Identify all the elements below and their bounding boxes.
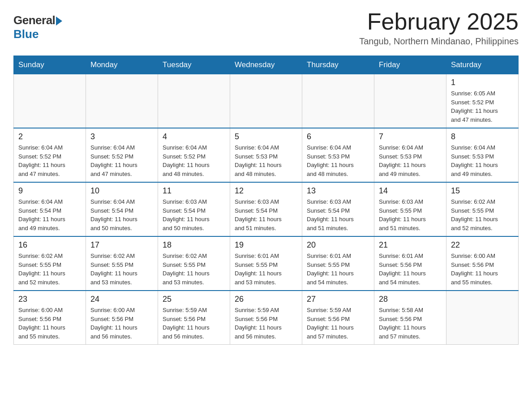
day-number: 21 [379,240,442,250]
calendar-header-thursday: Thursday [302,56,374,74]
day-number: 27 [307,295,369,304]
calendar-day: 6Sunrise: 6:04 AM Sunset: 5:53 PM Daylig… [302,128,374,182]
day-number: 7 [379,132,442,141]
calendar-day: 3Sunrise: 6:04 AM Sunset: 5:52 PM Daylig… [86,128,158,182]
day-info: Sunrise: 5:59 AM Sunset: 5:56 PM Dayligh… [235,306,297,341]
calendar-table: SundayMondayTuesdayWednesdayThursdayFrid… [13,56,519,345]
calendar-day [374,74,446,128]
day-number: 4 [163,132,225,141]
day-number: 26 [235,295,297,304]
day-info: Sunrise: 6:04 AM Sunset: 5:53 PM Dayligh… [451,143,514,178]
calendar-header-monday: Monday [86,56,158,74]
day-info: Sunrise: 6:02 AM Sunset: 5:55 PM Dayligh… [451,197,514,232]
day-number: 2 [18,132,81,141]
day-number: 3 [90,132,153,141]
day-number: 12 [235,186,297,196]
calendar-day: 7Sunrise: 6:04 AM Sunset: 5:53 PM Daylig… [374,128,446,182]
day-info: Sunrise: 6:02 AM Sunset: 5:55 PM Dayligh… [163,252,225,287]
day-number: 18 [163,240,225,250]
day-number: 23 [18,295,81,304]
calendar-day: 9Sunrise: 6:04 AM Sunset: 5:54 PM Daylig… [14,182,86,236]
calendar-day: 22Sunrise: 6:00 AM Sunset: 5:56 PM Dayli… [446,236,519,291]
calendar-day: 28Sunrise: 5:58 AM Sunset: 5:56 PM Dayli… [374,291,446,345]
day-number: 28 [379,295,442,304]
day-info: Sunrise: 6:00 AM Sunset: 5:56 PM Dayligh… [18,306,81,341]
day-info: Sunrise: 6:04 AM Sunset: 5:52 PM Dayligh… [18,143,81,178]
day-info: Sunrise: 6:01 AM Sunset: 5:55 PM Dayligh… [235,252,297,287]
calendar-day: 19Sunrise: 6:01 AM Sunset: 5:55 PM Dayli… [230,236,302,291]
calendar-day: 20Sunrise: 6:01 AM Sunset: 5:55 PM Dayli… [302,236,374,291]
day-info: Sunrise: 6:05 AM Sunset: 5:52 PM Dayligh… [451,89,514,124]
calendar-day: 24Sunrise: 6:00 AM Sunset: 5:56 PM Dayli… [86,291,158,345]
title-area: February 2025 Tangub, Northern Mindanao,… [359,9,519,47]
logo-general-text: General [13,13,55,27]
calendar-day [158,74,230,128]
day-info: Sunrise: 6:04 AM Sunset: 5:53 PM Dayligh… [235,143,297,178]
calendar-header-friday: Friday [374,56,446,74]
month-title: February 2025 [359,9,519,34]
calendar-day [14,74,86,128]
day-number: 14 [379,186,442,196]
calendar-day: 8Sunrise: 6:04 AM Sunset: 5:53 PM Daylig… [446,128,519,182]
day-number: 17 [90,240,153,250]
day-number: 9 [18,186,81,196]
day-info: Sunrise: 6:04 AM Sunset: 5:52 PM Dayligh… [163,143,225,178]
day-info: Sunrise: 6:02 AM Sunset: 5:55 PM Dayligh… [18,252,81,287]
calendar-day: 5Sunrise: 6:04 AM Sunset: 5:53 PM Daylig… [230,128,302,182]
day-info: Sunrise: 6:01 AM Sunset: 5:55 PM Dayligh… [307,252,369,287]
logo: General Blue [13,13,62,41]
calendar-day [86,74,158,128]
day-number: 13 [307,186,369,196]
calendar-day: 13Sunrise: 6:03 AM Sunset: 5:54 PM Dayli… [302,182,374,236]
calendar-header-saturday: Saturday [446,56,519,74]
calendar-header-tuesday: Tuesday [158,56,230,74]
day-info: Sunrise: 5:59 AM Sunset: 5:56 PM Dayligh… [307,306,369,341]
calendar-day: 15Sunrise: 6:02 AM Sunset: 5:55 PM Dayli… [446,182,519,236]
calendar-day: 4Sunrise: 6:04 AM Sunset: 5:52 PM Daylig… [158,128,230,182]
day-number: 19 [235,240,297,250]
calendar-day [302,74,374,128]
day-number: 11 [163,186,225,196]
calendar-day: 21Sunrise: 6:01 AM Sunset: 5:56 PM Dayli… [374,236,446,291]
calendar-header-wednesday: Wednesday [230,56,302,74]
calendar-day [446,291,519,345]
day-number: 10 [90,186,153,196]
day-number: 22 [451,240,514,250]
calendar-day: 14Sunrise: 6:03 AM Sunset: 5:55 PM Dayli… [374,182,446,236]
day-info: Sunrise: 5:59 AM Sunset: 5:56 PM Dayligh… [163,306,225,341]
calendar-day: 25Sunrise: 5:59 AM Sunset: 5:56 PM Dayli… [158,291,230,345]
calendar-week-1: 1Sunrise: 6:05 AM Sunset: 5:52 PM Daylig… [14,74,519,128]
calendar-day: 23Sunrise: 6:00 AM Sunset: 5:56 PM Dayli… [14,291,86,345]
calendar-day: 18Sunrise: 6:02 AM Sunset: 5:55 PM Dayli… [158,236,230,291]
day-number: 20 [307,240,369,250]
day-info: Sunrise: 6:04 AM Sunset: 5:52 PM Dayligh… [90,143,153,178]
day-info: Sunrise: 6:04 AM Sunset: 5:53 PM Dayligh… [379,143,442,178]
calendar-week-2: 2Sunrise: 6:04 AM Sunset: 5:52 PM Daylig… [14,128,519,182]
day-number: 1 [451,78,514,87]
calendar-week-3: 9Sunrise: 6:04 AM Sunset: 5:54 PM Daylig… [14,182,519,236]
calendar-day: 10Sunrise: 6:04 AM Sunset: 5:54 PM Dayli… [86,182,158,236]
day-info: Sunrise: 6:01 AM Sunset: 5:56 PM Dayligh… [379,252,442,287]
day-info: Sunrise: 6:00 AM Sunset: 5:56 PM Dayligh… [451,252,514,287]
day-info: Sunrise: 6:02 AM Sunset: 5:55 PM Dayligh… [90,252,153,287]
calendar-day: 17Sunrise: 6:02 AM Sunset: 5:55 PM Dayli… [86,236,158,291]
day-info: Sunrise: 6:00 AM Sunset: 5:56 PM Dayligh… [90,306,153,341]
day-number: 16 [18,240,81,250]
day-info: Sunrise: 6:03 AM Sunset: 5:55 PM Dayligh… [379,197,442,232]
day-number: 15 [451,186,514,196]
day-info: Sunrise: 6:04 AM Sunset: 5:54 PM Dayligh… [90,197,153,232]
calendar-header-row: SundayMondayTuesdayWednesdayThursdayFrid… [14,56,519,74]
calendar-day [230,74,302,128]
logo-arrow-icon [56,17,62,26]
calendar-header-sunday: Sunday [14,56,86,74]
day-number: 24 [90,295,153,304]
day-info: Sunrise: 6:04 AM Sunset: 5:54 PM Dayligh… [18,197,81,232]
calendar-day: 1Sunrise: 6:05 AM Sunset: 5:52 PM Daylig… [446,74,519,128]
page-header: General Blue February 2025 Tangub, North… [13,9,519,47]
day-number: 8 [451,132,514,141]
location-title: Tangub, Northern Mindanao, Philippines [359,36,519,47]
logo-blue-text: Blue [13,27,39,41]
day-number: 5 [235,132,297,141]
calendar-day: 2Sunrise: 6:04 AM Sunset: 5:52 PM Daylig… [14,128,86,182]
day-info: Sunrise: 6:03 AM Sunset: 5:54 PM Dayligh… [163,197,225,232]
